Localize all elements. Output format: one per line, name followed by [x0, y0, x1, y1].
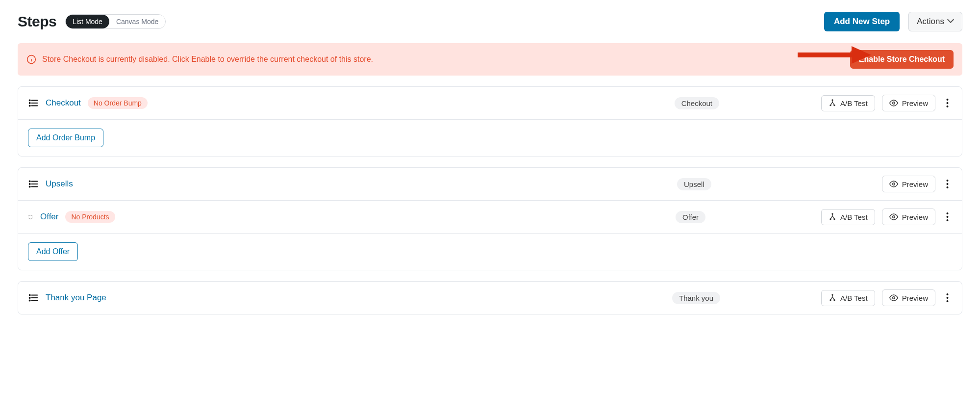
ab-test-button[interactable]: A/B Test	[821, 95, 875, 111]
svg-point-46	[946, 297, 948, 299]
step-card-upsells: Upsells Upsell Preview ︿ ﹀ Offer No Prod…	[18, 167, 962, 270]
chevron-down-icon: ﹀	[28, 217, 33, 221]
svg-point-12	[830, 105, 831, 106]
store-checkout-alert: Store Checkout is currently disabled. Cl…	[18, 43, 962, 76]
step-card-checkout: Checkout No Order Bump Checkout A/B Test…	[18, 86, 962, 157]
step-card-thankyou: Thank you Page Thank you A/B Test Previe…	[18, 281, 962, 314]
svg-point-32	[946, 212, 948, 214]
info-icon	[26, 54, 36, 64]
preview-button[interactable]: Preview	[882, 289, 935, 306]
list-icon	[28, 292, 39, 303]
svg-point-9	[29, 103, 30, 104]
svg-point-22	[29, 183, 30, 184]
svg-point-24	[892, 183, 895, 185]
svg-point-10	[29, 105, 30, 106]
svg-point-13	[834, 105, 835, 106]
step-type-tag: Checkout	[675, 97, 719, 109]
more-menu-button[interactable]	[942, 177, 952, 191]
more-vertical-icon	[946, 293, 949, 303]
enable-store-checkout-button[interactable]: Enable Store Checkout	[850, 50, 954, 69]
svg-point-39	[29, 297, 30, 298]
svg-point-40	[29, 300, 30, 301]
svg-point-27	[946, 186, 948, 188]
add-order-bump-button[interactable]: Add Order Bump	[28, 129, 103, 147]
ab-test-icon	[829, 99, 836, 107]
list-icon	[28, 98, 39, 108]
more-vertical-icon	[946, 98, 949, 108]
more-vertical-icon	[946, 212, 949, 222]
mode-canvas-tab[interactable]: Canvas Mode	[109, 15, 165, 28]
more-menu-button[interactable]	[942, 96, 952, 110]
svg-point-25	[946, 180, 948, 182]
step-link-thankyou[interactable]: Thank you Page	[46, 293, 106, 303]
svg-point-43	[834, 300, 835, 301]
eye-icon	[889, 180, 898, 188]
no-order-bump-badge: No Order Bump	[88, 97, 148, 109]
ab-test-icon	[829, 294, 836, 302]
eye-icon	[889, 293, 898, 302]
preview-label: Preview	[902, 294, 928, 302]
step-type-tag: Upsell	[677, 178, 711, 190]
ab-test-label: A/B Test	[840, 99, 868, 107]
add-offer-button[interactable]: Add Offer	[28, 242, 78, 261]
svg-point-21	[29, 181, 30, 182]
ab-test-button[interactable]: A/B Test	[821, 209, 875, 225]
eye-icon	[889, 99, 898, 107]
ab-test-label: A/B Test	[840, 213, 868, 221]
mode-toggle: List Mode Canvas Mode	[65, 14, 166, 29]
no-products-badge: No Products	[65, 211, 115, 223]
actions-button[interactable]: Actions	[908, 12, 962, 31]
preview-button[interactable]: Preview	[882, 176, 935, 192]
actions-label: Actions	[917, 17, 944, 26]
svg-point-45	[946, 293, 948, 295]
step-link-checkout[interactable]: Checkout	[46, 98, 81, 108]
alert-message: Store Checkout is currently disabled. Cl…	[42, 55, 373, 64]
add-new-step-button[interactable]: Add New Step	[824, 12, 900, 31]
ab-test-button[interactable]: A/B Test	[821, 290, 875, 306]
eye-icon	[889, 212, 898, 221]
ab-test-icon	[829, 213, 836, 221]
svg-point-42	[830, 300, 831, 301]
svg-point-15	[946, 99, 948, 101]
svg-point-14	[892, 102, 895, 105]
preview-button[interactable]: Preview	[882, 209, 935, 225]
mode-list-tab[interactable]: List Mode	[66, 15, 109, 28]
svg-point-26	[946, 183, 948, 185]
svg-point-16	[946, 102, 948, 104]
step-link-offer[interactable]: Offer	[40, 212, 58, 222]
svg-point-44	[892, 297, 895, 299]
svg-point-34	[946, 219, 948, 221]
preview-button[interactable]: Preview	[882, 95, 935, 111]
preview-label: Preview	[902, 180, 928, 188]
svg-point-38	[29, 294, 30, 295]
svg-point-47	[946, 300, 948, 302]
preview-label: Preview	[902, 213, 928, 221]
svg-point-8	[29, 100, 30, 101]
chevron-down-icon	[948, 19, 954, 25]
list-icon	[28, 179, 39, 189]
page-title: Steps	[18, 13, 56, 30]
svg-point-33	[946, 216, 948, 218]
more-vertical-icon	[946, 179, 949, 189]
step-link-upsells[interactable]: Upsells	[46, 179, 73, 189]
preview-label: Preview	[902, 99, 928, 107]
sort-handle[interactable]: ︿ ﹀	[28, 212, 33, 221]
more-menu-button[interactable]	[942, 210, 952, 224]
step-type-tag: Offer	[676, 211, 705, 223]
svg-point-17	[946, 105, 948, 107]
svg-point-23	[29, 186, 30, 187]
more-menu-button[interactable]	[942, 291, 952, 305]
ab-test-label: A/B Test	[840, 294, 868, 302]
step-type-tag: Thank you	[672, 292, 720, 304]
svg-point-31	[892, 216, 895, 218]
